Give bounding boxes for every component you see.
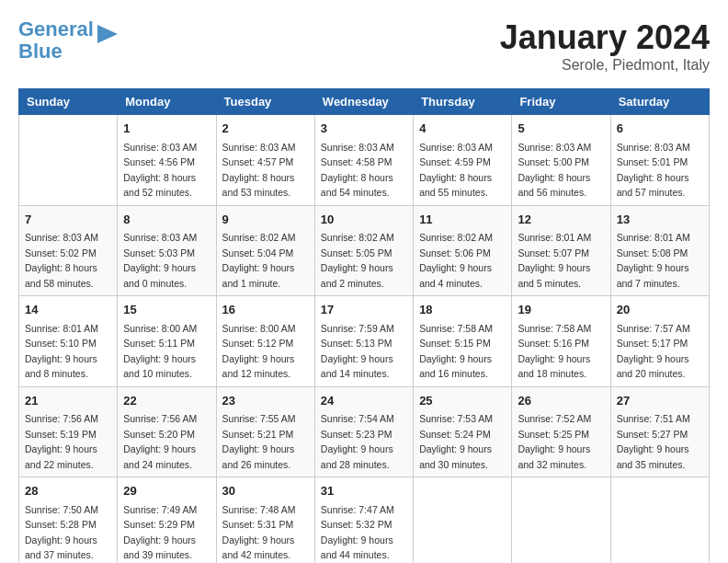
month-year-title: January 2024	[500, 18, 710, 57]
calendar-day-cell: 25 Sunrise: 7:53 AMSunset: 5:24 PMDaylig…	[414, 386, 512, 477]
calendar-day-cell: 12 Sunrise: 8:01 AMSunset: 5:07 PMDaylig…	[512, 205, 610, 296]
weekday-header-cell: Thursday	[414, 89, 512, 115]
calendar-week-row: 1 Sunrise: 8:03 AMSunset: 4:56 PMDayligh…	[19, 115, 710, 206]
day-number: 9	[222, 211, 309, 229]
calendar-day-cell: 19 Sunrise: 7:58 AMSunset: 5:16 PMDaylig…	[512, 296, 610, 387]
calendar-body: 1 Sunrise: 8:03 AMSunset: 4:56 PMDayligh…	[19, 115, 710, 564]
day-number: 19	[518, 301, 604, 319]
logo: General Blue	[18, 18, 118, 63]
calendar-day-cell: 22 Sunrise: 7:56 AMSunset: 5:20 PMDaylig…	[118, 386, 216, 477]
day-number: 23	[222, 392, 309, 410]
day-info: Sunrise: 7:53 AMSunset: 5:24 PMDaylight:…	[419, 413, 493, 470]
day-info: Sunrise: 8:02 AMSunset: 5:06 PMDaylight:…	[419, 232, 493, 289]
calendar-table: SundayMondayTuesdayWednesdayThursdayFrid…	[18, 88, 710, 563]
day-number: 17	[321, 301, 407, 319]
day-number: 25	[419, 392, 506, 410]
calendar-day-cell: 23 Sunrise: 7:55 AMSunset: 5:21 PMDaylig…	[216, 386, 314, 477]
calendar-day-cell: 10 Sunrise: 8:02 AMSunset: 5:05 PMDaylig…	[314, 205, 413, 296]
day-number: 24	[321, 392, 407, 410]
weekday-header-cell: Sunday	[19, 89, 118, 115]
day-info: Sunrise: 7:50 AMSunset: 5:28 PMDaylight:…	[25, 504, 98, 561]
calendar-day-cell	[19, 115, 118, 206]
day-number: 16	[222, 301, 309, 319]
calendar-week-row: 7 Sunrise: 8:03 AMSunset: 5:02 PMDayligh…	[19, 205, 710, 296]
day-info: Sunrise: 8:03 AMSunset: 5:02 PMDaylight:…	[25, 232, 98, 289]
day-number: 21	[25, 392, 111, 410]
day-info: Sunrise: 8:00 AMSunset: 5:12 PMDaylight:…	[222, 323, 296, 380]
day-number: 3	[321, 120, 407, 138]
calendar-day-cell: 16 Sunrise: 8:00 AMSunset: 5:12 PMDaylig…	[216, 296, 314, 387]
calendar-day-cell: 4 Sunrise: 8:03 AMSunset: 4:59 PMDayligh…	[414, 115, 512, 206]
weekday-header-cell: Friday	[512, 89, 610, 115]
calendar-day-cell: 18 Sunrise: 7:58 AMSunset: 5:15 PMDaylig…	[414, 296, 512, 387]
calendar-day-cell: 20 Sunrise: 7:57 AMSunset: 5:17 PMDaylig…	[610, 296, 709, 387]
day-info: Sunrise: 8:02 AMSunset: 5:04 PMDaylight:…	[222, 232, 296, 289]
day-number: 18	[419, 301, 506, 319]
logo-text: General Blue	[18, 18, 94, 63]
day-info: Sunrise: 7:51 AMSunset: 5:27 PMDaylight:…	[617, 413, 690, 470]
day-info: Sunrise: 8:03 AMSunset: 4:58 PMDaylight:…	[321, 142, 394, 199]
calendar-day-cell: 21 Sunrise: 7:56 AMSunset: 5:19 PMDaylig…	[19, 386, 118, 477]
calendar-day-cell: 17 Sunrise: 7:59 AMSunset: 5:13 PMDaylig…	[314, 296, 413, 387]
day-info: Sunrise: 7:58 AMSunset: 5:15 PMDaylight:…	[419, 323, 493, 380]
day-number: 10	[321, 211, 407, 229]
day-info: Sunrise: 7:47 AMSunset: 5:32 PMDaylight:…	[321, 504, 394, 561]
calendar-day-cell: 14 Sunrise: 8:01 AMSunset: 5:10 PMDaylig…	[19, 296, 118, 387]
day-info: Sunrise: 7:57 AMSunset: 5:17 PMDaylight:…	[617, 323, 690, 380]
weekday-header-cell: Tuesday	[216, 89, 314, 115]
logo-arrow-icon	[97, 25, 118, 43]
day-number: 15	[123, 301, 210, 319]
day-number: 4	[419, 120, 506, 138]
day-info: Sunrise: 7:58 AMSunset: 5:16 PMDaylight:…	[518, 323, 591, 380]
day-info: Sunrise: 8:01 AMSunset: 5:08 PMDaylight:…	[617, 232, 690, 289]
day-number: 12	[518, 211, 604, 229]
calendar-day-cell: 26 Sunrise: 7:52 AMSunset: 5:25 PMDaylig…	[512, 386, 610, 477]
day-number: 1	[123, 120, 210, 138]
day-number: 22	[123, 392, 210, 410]
page-header: General Blue January 2024 Serole, Piedmo…	[18, 18, 710, 74]
calendar-day-cell	[414, 477, 512, 564]
calendar-day-cell: 8 Sunrise: 8:03 AMSunset: 5:03 PMDayligh…	[118, 205, 216, 296]
calendar-day-cell	[512, 477, 610, 564]
weekday-header-cell: Wednesday	[314, 89, 413, 115]
svg-marker-0	[97, 25, 118, 43]
day-number: 11	[419, 211, 506, 229]
calendar-day-cell: 3 Sunrise: 8:03 AMSunset: 4:58 PMDayligh…	[314, 115, 413, 206]
calendar-day-cell: 30 Sunrise: 7:48 AMSunset: 5:31 PMDaylig…	[216, 477, 314, 564]
day-number: 20	[617, 301, 703, 319]
day-info: Sunrise: 7:54 AMSunset: 5:23 PMDaylight:…	[321, 413, 394, 470]
calendar-day-cell: 27 Sunrise: 7:51 AMSunset: 5:27 PMDaylig…	[610, 386, 709, 477]
calendar-day-cell: 5 Sunrise: 8:03 AMSunset: 5:00 PMDayligh…	[512, 115, 610, 206]
calendar-day-cell	[610, 477, 709, 564]
day-info: Sunrise: 7:56 AMSunset: 5:19 PMDaylight:…	[25, 413, 98, 470]
title-block: January 2024 Serole, Piedmont, Italy	[500, 18, 710, 74]
weekday-header-cell: Monday	[118, 89, 216, 115]
day-number: 28	[25, 482, 111, 500]
day-number: 6	[617, 120, 703, 138]
day-info: Sunrise: 8:01 AMSunset: 5:10 PMDaylight:…	[25, 323, 98, 380]
day-info: Sunrise: 7:59 AMSunset: 5:13 PMDaylight:…	[321, 323, 394, 380]
day-info: Sunrise: 8:03 AMSunset: 4:57 PMDaylight:…	[222, 142, 296, 199]
day-info: Sunrise: 8:03 AMSunset: 5:03 PMDaylight:…	[123, 232, 197, 289]
day-number: 13	[617, 211, 703, 229]
weekday-header-row: SundayMondayTuesdayWednesdayThursdayFrid…	[19, 89, 710, 115]
day-info: Sunrise: 7:52 AMSunset: 5:25 PMDaylight:…	[518, 413, 591, 470]
day-number: 27	[617, 392, 703, 410]
day-info: Sunrise: 8:03 AMSunset: 4:56 PMDaylight:…	[123, 142, 197, 199]
calendar-day-cell: 11 Sunrise: 8:02 AMSunset: 5:06 PMDaylig…	[414, 205, 512, 296]
calendar-week-row: 21 Sunrise: 7:56 AMSunset: 5:19 PMDaylig…	[19, 386, 710, 477]
calendar-day-cell: 6 Sunrise: 8:03 AMSunset: 5:01 PMDayligh…	[610, 115, 709, 206]
day-info: Sunrise: 8:01 AMSunset: 5:07 PMDaylight:…	[518, 232, 591, 289]
day-info: Sunrise: 8:03 AMSunset: 5:01 PMDaylight:…	[617, 142, 690, 199]
calendar-day-cell: 9 Sunrise: 8:02 AMSunset: 5:04 PMDayligh…	[216, 205, 314, 296]
day-info: Sunrise: 8:00 AMSunset: 5:11 PMDaylight:…	[123, 323, 197, 380]
location-subtitle: Serole, Piedmont, Italy	[500, 57, 710, 74]
calendar-week-row: 28 Sunrise: 7:50 AMSunset: 5:28 PMDaylig…	[19, 477, 710, 564]
day-info: Sunrise: 8:02 AMSunset: 5:05 PMDaylight:…	[321, 232, 394, 289]
calendar-day-cell: 7 Sunrise: 8:03 AMSunset: 5:02 PMDayligh…	[19, 205, 118, 296]
calendar-day-cell: 28 Sunrise: 7:50 AMSunset: 5:28 PMDaylig…	[19, 477, 118, 564]
day-number: 8	[123, 211, 210, 229]
calendar-day-cell: 15 Sunrise: 8:00 AMSunset: 5:11 PMDaylig…	[118, 296, 216, 387]
calendar-day-cell: 24 Sunrise: 7:54 AMSunset: 5:23 PMDaylig…	[314, 386, 413, 477]
calendar-day-cell: 29 Sunrise: 7:49 AMSunset: 5:29 PMDaylig…	[118, 477, 216, 564]
